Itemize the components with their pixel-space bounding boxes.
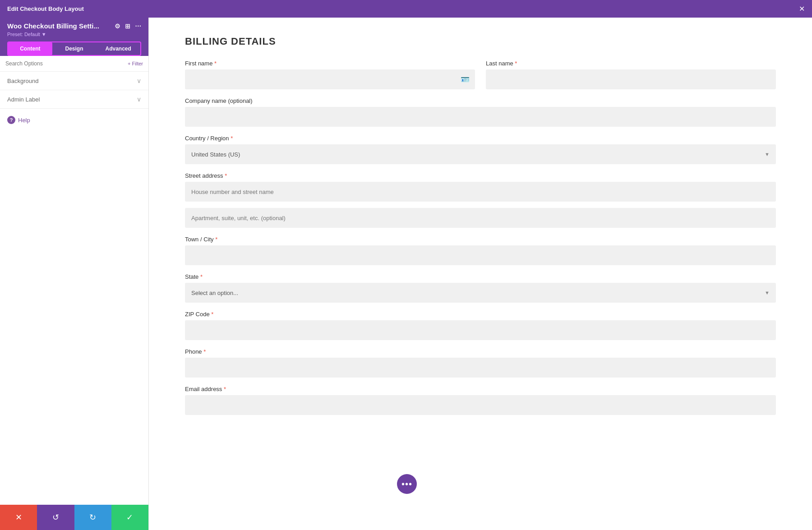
main-layout: Woo Checkout Billing Setti... ⚙ ⊞ ⋯ Pres…	[0, 18, 812, 530]
country-row: Country / Region * United States (US)	[185, 135, 776, 164]
content-area: BILLING DETAILS First name * 🪪 Last name…	[149, 18, 812, 530]
state-group: State * Select an option...	[185, 273, 776, 303]
help-icon: ?	[7, 116, 15, 124]
email-row: Email address *	[185, 386, 776, 415]
country-required: *	[231, 135, 233, 142]
state-required: *	[200, 273, 203, 280]
fab-button[interactable]: •••	[397, 474, 417, 494]
first-name-group: First name * 🪪	[185, 60, 475, 89]
filter-button[interactable]: + Filter	[128, 61, 143, 66]
module-title-row: Woo Checkout Billing Setti... ⚙ ⊞ ⋯	[7, 22, 141, 30]
country-label: Country / Region *	[185, 135, 776, 142]
street-input-1[interactable]	[185, 182, 776, 202]
country-select-wrapper: United States (US)	[185, 144, 776, 164]
country-select[interactable]: United States (US)	[185, 144, 776, 164]
zip-row: ZIP Code *	[185, 311, 776, 340]
undo-icon: ↺	[52, 512, 59, 522]
email-required: *	[224, 386, 226, 392]
zip-label: ZIP Code *	[185, 311, 776, 318]
sidebar-search-row: + Filter	[0, 56, 148, 72]
city-row: Town / City *	[185, 236, 776, 265]
sidebar: Woo Checkout Billing Setti... ⚙ ⊞ ⋯ Pres…	[0, 18, 149, 530]
street-input-2[interactable]	[185, 208, 776, 228]
street-group: Street address *	[185, 172, 776, 228]
sidebar-header: Woo Checkout Billing Setti... ⚙ ⊞ ⋯ Pres…	[0, 18, 148, 56]
street-row: Street address *	[185, 172, 776, 228]
company-group: Company name (optional)	[185, 97, 776, 127]
settings-icon[interactable]: ⚙	[115, 23, 120, 30]
admin-label-chevron: ∨	[137, 96, 141, 103]
state-row: State * Select an option...	[185, 273, 776, 303]
search-input[interactable]	[5, 60, 124, 67]
help-label: Help	[18, 117, 30, 124]
city-group: Town / City *	[185, 236, 776, 265]
street-required: *	[225, 172, 227, 179]
street-label: Street address *	[185, 172, 776, 179]
sidebar-options: Background ∨ Admin Label ∨ ? Help	[0, 72, 148, 505]
redo-button[interactable]: ↻	[74, 505, 111, 530]
sidebar-section-background[interactable]: Background ∨	[0, 72, 148, 90]
last-name-label: Last name *	[486, 60, 776, 67]
first-name-input[interactable]: 🪪	[185, 69, 475, 89]
tab-advanced[interactable]: Advanced	[96, 42, 140, 55]
zip-required: *	[211, 311, 213, 318]
background-label: Background	[7, 78, 38, 84]
tab-design[interactable]: Design	[52, 42, 97, 55]
last-name-input[interactable]	[486, 69, 776, 89]
close-button[interactable]: ✕	[799, 5, 805, 13]
phone-required: *	[203, 348, 206, 355]
last-name-required: *	[515, 60, 517, 67]
zip-group: ZIP Code *	[185, 311, 776, 340]
city-input[interactable]	[185, 245, 776, 265]
save-icon: ✓	[126, 512, 133, 522]
module-title: Woo Checkout Billing Setti...	[7, 22, 99, 30]
columns-icon[interactable]: ⊞	[125, 23, 130, 30]
state-select-wrapper: Select an option...	[185, 283, 776, 303]
fab-icon: •••	[401, 479, 412, 489]
module-icons: ⚙ ⊞ ⋯	[115, 23, 141, 30]
zip-input[interactable]	[185, 320, 776, 340]
sidebar-section-admin-label[interactable]: Admin Label ∨	[0, 90, 148, 109]
top-bar-title: Edit Checkout Body Layout	[7, 5, 84, 12]
company-row: Company name (optional)	[185, 97, 776, 127]
city-label: Town / City *	[185, 236, 776, 243]
redo-icon: ↻	[89, 512, 96, 522]
state-label: State *	[185, 273, 776, 280]
name-row: First name * 🪪 Last name *	[185, 60, 776, 89]
company-label: Company name (optional)	[185, 97, 776, 104]
city-required: *	[215, 236, 217, 243]
sidebar-tabs: Content Design Advanced	[7, 41, 141, 56]
phone-label: Phone *	[185, 348, 776, 355]
cancel-button[interactable]: ✕	[0, 505, 37, 530]
phone-group: Phone *	[185, 348, 776, 378]
cancel-icon: ✕	[15, 512, 22, 522]
more-icon[interactable]: ⋯	[135, 23, 141, 30]
card-icon: 🪪	[461, 75, 470, 84]
help-row[interactable]: ? Help	[0, 109, 148, 131]
admin-label: Admin Label	[7, 96, 40, 103]
undo-button[interactable]: ↺	[37, 505, 74, 530]
first-name-label: First name *	[185, 60, 475, 67]
state-select[interactable]: Select an option...	[185, 283, 776, 303]
email-group: Email address *	[185, 386, 776, 415]
billing-title: BILLING DETAILS	[185, 36, 776, 47]
phone-row: Phone *	[185, 348, 776, 378]
company-input[interactable]	[185, 107, 776, 127]
last-name-group: Last name *	[486, 60, 776, 89]
email-label: Email address *	[185, 386, 776, 392]
preset-label[interactable]: Preset: Default ▼	[7, 32, 141, 37]
top-bar: Edit Checkout Body Layout ✕	[0, 0, 812, 18]
phone-input[interactable]	[185, 358, 776, 378]
country-group: Country / Region * United States (US)	[185, 135, 776, 164]
tab-content[interactable]: Content	[8, 42, 52, 55]
background-chevron: ∨	[137, 77, 141, 84]
first-name-required: *	[214, 60, 217, 67]
bottom-bar: ✕ ↺ ↻ ✓	[0, 505, 148, 530]
email-input[interactable]	[185, 395, 776, 415]
save-button[interactable]: ✓	[111, 505, 148, 530]
